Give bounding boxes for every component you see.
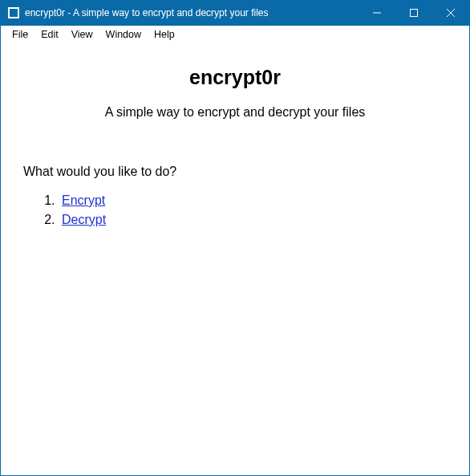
- title-bar: encrypt0r - A simple way to encrypt and …: [1, 0, 469, 26]
- app-subtitle: A simple way to encrypt and decrypt your…: [23, 105, 447, 120]
- menu-window[interactable]: Window: [99, 27, 148, 42]
- menu-help[interactable]: Help: [148, 27, 181, 42]
- menu-view[interactable]: View: [65, 27, 99, 42]
- options-list: Encrypt Decrypt: [59, 193, 447, 227]
- prompt-text: What would you like to do?: [23, 165, 447, 179]
- encrypt-link[interactable]: Encrypt: [62, 193, 105, 207]
- maximize-button[interactable]: [395, 0, 432, 26]
- content-area: encrypt0r A simple way to encrypt and de…: [1, 43, 469, 475]
- window-controls: [359, 0, 469, 26]
- list-item: Decrypt: [59, 213, 447, 227]
- close-button[interactable]: [432, 0, 469, 26]
- decrypt-link[interactable]: Decrypt: [62, 213, 106, 226]
- app-icon: [7, 6, 20, 19]
- svg-rect-3: [411, 10, 418, 17]
- svg-rect-1: [10, 9, 18, 17]
- window-title: encrypt0r - A simple way to encrypt and …: [25, 7, 268, 18]
- menu-file[interactable]: File: [6, 27, 34, 42]
- menu-edit[interactable]: Edit: [34, 27, 65, 42]
- app-title: encrypt0r: [23, 66, 447, 89]
- menu-bar: File Edit View Window Help: [1, 26, 469, 43]
- list-item: Encrypt: [59, 193, 447, 208]
- minimize-button[interactable]: [359, 0, 395, 26]
